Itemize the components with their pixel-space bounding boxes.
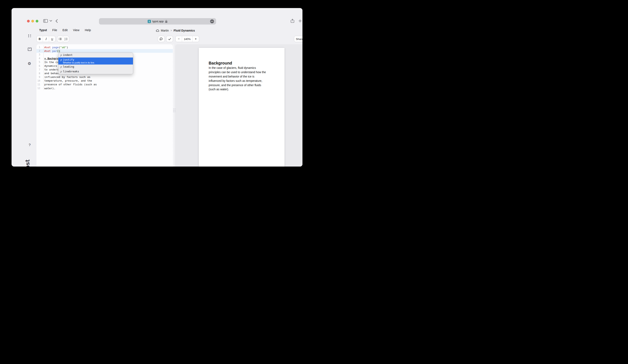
line-number: 11 <box>36 83 40 86</box>
code-line-2[interactable]: 2#set par() <box>36 49 173 53</box>
line-number: 12 <box>36 87 40 90</box>
code-text: #set page("a6") <box>44 45 173 49</box>
numbered-list-button[interactable]: 1 2 <box>63 36 69 42</box>
back-button[interactable] <box>56 19 58 23</box>
param-type-label: p <box>60 58 63 61</box>
autocomplete-item-justify[interactable]: pjustifyWhether to justify text in its l… <box>58 58 133 65</box>
line-number: 10 <box>36 79 40 82</box>
preview-text-line: influenced by factors such as temperatur… <box>209 79 277 83</box>
preview-pane: Background In the case of glaciers, flui… <box>175 44 303 166</box>
url-text: typst.app <box>152 20 164 23</box>
comment-button[interactable] <box>158 36 164 42</box>
breadcrumb-separator: > <box>170 29 172 32</box>
code-line-10[interactable]: 10temperature, pressure, and the <box>36 79 173 83</box>
check-button-group <box>166 36 173 42</box>
menu-view[interactable]: View <box>73 28 79 32</box>
zoom-in-button[interactable]: + <box>193 36 199 42</box>
menu-typst[interactable]: Typst <box>39 28 47 32</box>
preview-text-line: principles can be used to understand how… <box>209 70 277 74</box>
code-text: water). <box>44 86 173 90</box>
comment-button-group <box>158 36 165 42</box>
files-box-icon[interactable] <box>28 48 32 51</box>
code-line-1[interactable]: 1#set page("a6") <box>36 45 173 49</box>
code-text: temperature, pressure, and the <box>44 79 173 83</box>
close-window-button[interactable] <box>27 20 30 22</box>
param-type-label: p <box>60 54 63 57</box>
pane-resize-handle[interactable] <box>173 44 175 166</box>
typst-logo: typst <box>24 156 33 166</box>
preview-text-line: (such as water). <box>209 87 277 91</box>
browser-window: t typst.app ••• Typst File Edit View Hel… <box>11 8 303 166</box>
zoom-window-button[interactable] <box>36 20 38 22</box>
extensions-icon[interactable]: ••• <box>210 19 214 23</box>
italic-button[interactable]: I <box>43 36 49 42</box>
list-button-group: 1 2 <box>57 36 69 42</box>
param-type-label: p <box>60 65 63 68</box>
line-number: 3 <box>36 53 40 56</box>
breadcrumb-document: Fluid Dynamics <box>174 29 195 32</box>
preview-paragraph: In the case of glaciers, fluid dynamicsp… <box>209 66 277 92</box>
zoom-control-group: − 140% + <box>175 36 199 42</box>
menu-edit[interactable]: Edit <box>63 28 68 32</box>
format-button-group: B I U <box>36 36 56 42</box>
preview-page: Background In the case of glaciers, flui… <box>199 48 285 166</box>
item-name: justify <box>63 58 95 61</box>
autocomplete-item-leading[interactable]: pleading <box>58 65 133 69</box>
check-button[interactable] <box>166 36 173 42</box>
app-menubar: Typst File Edit View Help <box>39 28 91 32</box>
gear-icon[interactable]: ⚙ <box>28 61 31 66</box>
bold-button[interactable]: B <box>37 36 43 42</box>
item-name: indent <box>63 53 73 57</box>
line-number: 2 <box>36 50 40 52</box>
svg-text:2: 2 <box>65 39 65 40</box>
browser-share-icon[interactable] <box>291 19 294 23</box>
preview-text-line: In the case of glaciers, fluid dynamics <box>209 66 277 70</box>
item-name: leading <box>63 65 74 68</box>
autocomplete-dropdown: pindentpjustifyWhether to justify text i… <box>58 53 133 74</box>
code-text: influenced by factors such as <box>44 75 173 79</box>
preview-heading: Background <box>209 61 232 66</box>
code-line-11[interactable]: 11presence of other fluids (such as <box>36 83 173 86</box>
share-button-group: Share <box>294 36 303 42</box>
help-icon[interactable]: ? <box>29 143 30 147</box>
line-number: 1 <box>36 46 40 49</box>
code-line-9[interactable]: 9influenced by factors such as <box>36 75 173 79</box>
share-button[interactable]: Share <box>294 36 303 42</box>
line-number: 9 <box>36 76 40 78</box>
typst-favicon: t <box>148 20 151 23</box>
autocomplete-item-linebreaks[interactable]: plinebreaks <box>58 69 133 74</box>
preview-text-line: pressure, and the presence of other flui… <box>209 83 277 87</box>
line-number: 8 <box>36 72 40 75</box>
svg-text:1: 1 <box>65 38 65 39</box>
lock-icon <box>165 20 167 23</box>
cloud-icon <box>156 29 159 32</box>
browser-sidebar-icon[interactable] <box>43 19 48 23</box>
zoom-level: 140% <box>182 36 193 42</box>
app-grid-icon[interactable] <box>28 35 31 37</box>
param-type-label: p <box>60 70 63 73</box>
menu-file[interactable]: File <box>52 28 57 32</box>
address-bar[interactable]: t typst.app ••• <box>99 18 216 24</box>
zoom-out-button[interactable]: − <box>176 36 182 42</box>
new-tab-icon[interactable] <box>299 19 302 22</box>
breadcrumb: Martin > Fluid Dynamics <box>156 29 195 32</box>
line-number: 5 <box>36 61 40 64</box>
autocomplete-item-indent[interactable]: pindent <box>58 53 133 58</box>
underline-button[interactable]: U <box>49 36 55 42</box>
bullet-list-button[interactable] <box>57 36 63 42</box>
code-text: #set par() <box>44 49 173 53</box>
preview-text-line: movement and behavior of the ice is <box>209 74 277 79</box>
line-number: 4 <box>36 57 40 60</box>
minimize-window-button[interactable] <box>31 20 34 22</box>
item-name: linebreaks <box>63 70 79 73</box>
breadcrumb-workspace[interactable]: Martin <box>161 29 169 32</box>
chevron-down-icon[interactable] <box>50 20 52 22</box>
drag-handle-dots <box>173 109 175 112</box>
line-number: 6 <box>36 65 40 68</box>
line-number: 7 <box>36 68 40 71</box>
code-text: presence of other fluids (such as <box>44 83 173 86</box>
code-line-12[interactable]: 12water). <box>36 86 173 90</box>
menu-help[interactable]: Help <box>85 28 91 32</box>
item-description: Whether to justify text in its line. <box>63 62 95 64</box>
